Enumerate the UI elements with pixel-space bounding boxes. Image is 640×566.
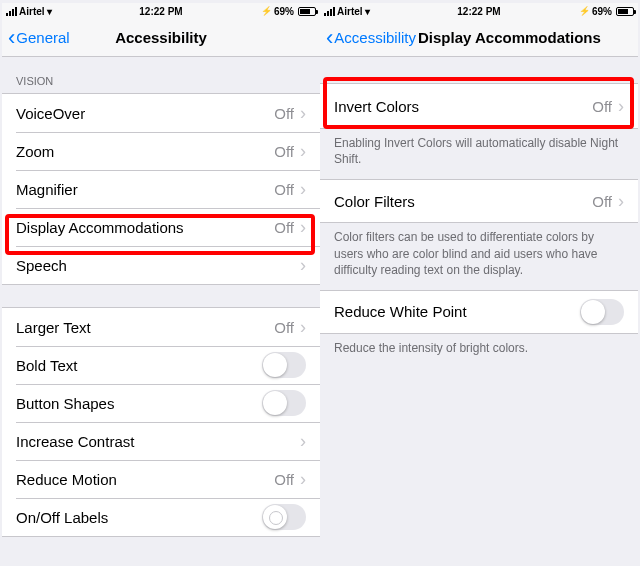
wifi-icon: ▾ — [365, 6, 370, 17]
row-bold-text[interactable]: Bold Text — [2, 346, 320, 384]
row-invert-colors[interactable]: Invert Colors Off › — [320, 84, 638, 128]
chevron-right-icon: › — [300, 317, 306, 338]
row-label: Magnifier — [16, 181, 78, 198]
row-label: Speech — [16, 257, 67, 274]
bold-text-toggle[interactable] — [262, 352, 306, 378]
nav-bar: ‹ General Accessibility — [2, 19, 320, 57]
text-group: Larger Text Off › Bold Text Button Shape… — [2, 307, 320, 537]
row-label: Button Shapes — [16, 395, 114, 412]
row-value: Off — [274, 219, 294, 236]
row-onoff-labels[interactable]: On/Off Labels — [2, 498, 320, 536]
row-value: Off — [274, 143, 294, 160]
battery-pct: 69% — [592, 6, 612, 17]
back-label: General — [16, 29, 69, 46]
left-screen: Airtel ▾ 12:22 PM ⚡ 69% ‹ General Access… — [2, 3, 320, 563]
charging-icon: ⚡ — [579, 6, 590, 16]
row-label: Larger Text — [16, 319, 91, 336]
color-filters-group: Color Filters Off › — [320, 179, 638, 223]
row-label: Invert Colors — [334, 98, 419, 115]
row-increase-contrast[interactable]: Increase Contrast › — [2, 422, 320, 460]
invert-footer: Enabling Invert Colors will automaticall… — [320, 129, 638, 179]
row-value: Off — [592, 193, 612, 210]
chevron-right-icon: › — [300, 141, 306, 162]
row-label: VoiceOver — [16, 105, 85, 122]
carrier-label: Airtel — [19, 6, 45, 17]
row-display-accommodations[interactable]: Display Accommodations Off › — [2, 208, 320, 246]
chevron-right-icon: › — [618, 96, 624, 117]
row-value: Off — [274, 319, 294, 336]
row-magnifier[interactable]: Magnifier Off › — [2, 170, 320, 208]
chevron-right-icon: › — [300, 179, 306, 200]
section-header-vision: VISION — [2, 57, 320, 93]
row-color-filters[interactable]: Color Filters Off › — [320, 180, 638, 222]
signal-icon — [6, 7, 17, 16]
row-label: Color Filters — [334, 193, 415, 210]
row-reduce-motion[interactable]: Reduce Motion Off › — [2, 460, 320, 498]
battery-icon — [616, 7, 634, 16]
back-label: Accessibility — [334, 29, 416, 46]
status-bar: Airtel ▾ 12:22 PM ⚡ 69% — [2, 3, 320, 19]
row-label: Zoom — [16, 143, 54, 160]
row-button-shapes[interactable]: Button Shapes — [2, 384, 320, 422]
row-value: Off — [592, 98, 612, 115]
status-bar: Airtel ▾ 12:22 PM ⚡ 69% — [320, 3, 638, 19]
charging-icon: ⚡ — [261, 6, 272, 16]
row-label: Display Accommodations — [16, 219, 184, 236]
row-value: Off — [274, 471, 294, 488]
vision-group: VoiceOver Off › Zoom Off › Magnifier Off… — [2, 93, 320, 285]
page-title: Display Accommodations — [418, 29, 601, 46]
button-shapes-toggle[interactable] — [262, 390, 306, 416]
color-filters-footer: Color filters can be used to differentia… — [320, 223, 638, 290]
row-value: Off — [274, 105, 294, 122]
chevron-left-icon: ‹ — [8, 27, 15, 49]
row-zoom[interactable]: Zoom Off › — [2, 132, 320, 170]
chevron-right-icon: › — [300, 217, 306, 238]
back-button[interactable]: ‹ Accessibility — [326, 27, 416, 49]
reduce-white-group: Reduce White Point — [320, 290, 638, 334]
invert-group: Invert Colors Off › — [320, 83, 638, 129]
row-label: Reduce White Point — [334, 303, 467, 320]
row-label: Increase Contrast — [16, 433, 134, 450]
chevron-right-icon: › — [300, 431, 306, 452]
wifi-icon: ▾ — [47, 6, 52, 17]
carrier-label: Airtel — [337, 6, 363, 17]
reduce-white-toggle[interactable] — [580, 299, 624, 325]
row-voiceover[interactable]: VoiceOver Off › — [2, 94, 320, 132]
chevron-right-icon: › — [300, 255, 306, 276]
row-larger-text[interactable]: Larger Text Off › — [2, 308, 320, 346]
row-speech[interactable]: Speech › — [2, 246, 320, 284]
chevron-right-icon: › — [300, 103, 306, 124]
chevron-left-icon: ‹ — [326, 27, 333, 49]
row-value: Off — [274, 181, 294, 198]
onoff-labels-toggle[interactable] — [262, 504, 306, 530]
back-button[interactable]: ‹ General — [8, 27, 70, 49]
nav-bar: ‹ Accessibility Display Accommodations — [320, 19, 638, 57]
row-label: On/Off Labels — [16, 509, 108, 526]
chevron-right-icon: › — [300, 469, 306, 490]
row-label: Reduce Motion — [16, 471, 117, 488]
reduce-white-footer: Reduce the intensity of bright colors. — [320, 334, 638, 368]
battery-icon — [298, 7, 316, 16]
row-label: Bold Text — [16, 357, 77, 374]
battery-pct: 69% — [274, 6, 294, 17]
row-reduce-white-point[interactable]: Reduce White Point — [320, 291, 638, 333]
chevron-right-icon: › — [618, 191, 624, 212]
right-screen: Airtel ▾ 12:22 PM ⚡ 69% ‹ Accessibility … — [320, 3, 638, 563]
signal-icon — [324, 7, 335, 16]
